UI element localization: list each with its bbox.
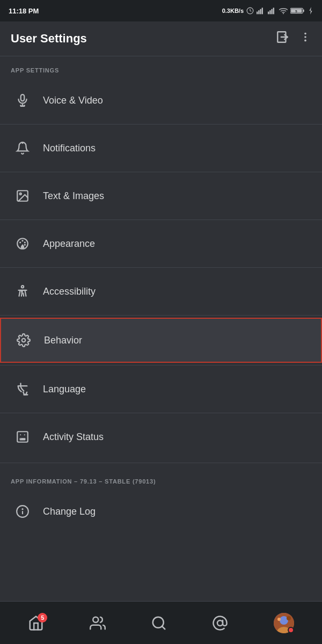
- svg-rect-7: [271, 9, 272, 14]
- divider-6: [0, 365, 322, 365]
- svg-point-27: [20, 193, 21, 195]
- nav-item-home[interactable]: 5: [28, 615, 44, 631]
- time-display: 11:18 PM: [9, 7, 39, 15]
- svg-rect-38: [20, 438, 26, 440]
- palette-icon: [11, 232, 34, 255]
- svg-point-36: [20, 434, 21, 435]
- nav-item-profile[interactable]: [274, 613, 294, 633]
- svg-point-17: [304, 33, 306, 35]
- notifications-label: Notifications: [43, 143, 96, 154]
- clock-icon: [246, 7, 254, 14]
- svg-text:5: 5: [295, 9, 297, 13]
- svg-point-19: [304, 40, 306, 42]
- settings-item-accessibility[interactable]: Accessibility: [0, 270, 322, 313]
- change-log-label: Change Log: [43, 506, 96, 517]
- app-info-section-label: APP INFORMATION – 79.13 – STABLE (79013): [0, 467, 322, 490]
- divider-3: [0, 219, 322, 220]
- appearance-label: Appearance: [43, 238, 95, 250]
- settings-item-notifications[interactable]: Notifications: [0, 127, 322, 170]
- svg-point-30: [21, 240, 23, 241]
- svg-rect-11: [303, 10, 304, 12]
- svg-point-33: [21, 286, 24, 288]
- page-header: User Settings: [0, 21, 322, 56]
- svg-point-51: [287, 616, 291, 620]
- voice-video-label: Voice & Video: [43, 95, 103, 106]
- section-divider: [0, 463, 322, 463]
- svg-point-43: [93, 617, 98, 622]
- svg-point-29: [19, 241, 21, 243]
- signal-icon-1: [257, 7, 265, 14]
- svg-rect-2: [258, 10, 259, 14]
- exit-icon[interactable]: [276, 30, 290, 47]
- activity-status-icon: [11, 425, 34, 449]
- svg-point-50: [277, 618, 281, 621]
- bell-icon: [11, 136, 34, 160]
- divider-5: [0, 315, 322, 316]
- settings-item-change-log[interactable]: Change Log: [0, 490, 322, 533]
- svg-point-37: [24, 434, 25, 435]
- wifi-icon: [279, 7, 288, 14]
- status-icons: 0.3KB/s 5: [222, 7, 313, 14]
- accessibility-icon: [11, 280, 34, 303]
- svg-rect-35: [17, 431, 28, 442]
- signal-icon-2: [268, 7, 276, 14]
- battery-icon: 5: [290, 7, 305, 14]
- language-label: Language: [43, 384, 86, 395]
- nav-item-mentions[interactable]: [212, 615, 228, 631]
- svg-rect-20: [21, 94, 25, 101]
- svg-rect-6: [269, 10, 270, 14]
- svg-point-23: [20, 105, 21, 106]
- svg-point-46: [217, 620, 223, 626]
- svg-line-45: [162, 626, 165, 628]
- divider-4: [0, 267, 322, 268]
- mention-icon: [212, 615, 228, 631]
- info-icon: [11, 500, 34, 523]
- divider-2: [0, 172, 322, 172]
- profile-status-dot: [288, 627, 294, 633]
- home-badge: 5: [38, 613, 47, 623]
- svg-point-9: [283, 13, 284, 14]
- svg-rect-8: [273, 8, 274, 14]
- settings-item-behavior[interactable]: Behavior: [0, 318, 322, 363]
- svg-rect-4: [262, 8, 263, 14]
- activity-status-label: Activity Status: [43, 431, 104, 443]
- settings-item-appearance[interactable]: Appearance: [0, 222, 322, 265]
- translate-icon: [11, 377, 34, 401]
- behavior-label: Behavior: [44, 335, 82, 346]
- settings-item-text-images[interactable]: Text & Images: [0, 174, 322, 217]
- settings-item-language[interactable]: Language: [0, 368, 322, 411]
- svg-point-24: [24, 105, 25, 106]
- friends-icon: [90, 615, 106, 631]
- charging-icon: [308, 7, 313, 14]
- svg-point-31: [24, 241, 26, 243]
- more-menu-icon[interactable]: [299, 31, 311, 46]
- header-actions: [276, 30, 311, 47]
- svg-point-25: [21, 142, 23, 144]
- svg-rect-1: [257, 12, 258, 14]
- divider-1: [0, 124, 322, 125]
- status-bar: 11:18 PM 0.3KB/s: [0, 0, 322, 21]
- settings-item-activity-status[interactable]: Activity Status: [0, 415, 322, 458]
- svg-point-34: [22, 339, 26, 342]
- svg-point-18: [304, 36, 306, 38]
- svg-point-32: [24, 244, 26, 246]
- nav-item-friends[interactable]: [90, 615, 106, 631]
- nav-item-search[interactable]: [151, 615, 167, 631]
- svg-point-39: [20, 438, 21, 439]
- svg-rect-3: [260, 9, 261, 14]
- settings-item-voice-video[interactable]: Voice & Video: [0, 79, 322, 122]
- mic-icon: [11, 89, 34, 112]
- svg-marker-14: [309, 7, 312, 14]
- image-icon: [11, 184, 34, 208]
- page-title: User Settings: [11, 32, 87, 46]
- bottom-navigation: 5: [0, 601, 322, 644]
- network-speed: 0.3KB/s: [222, 8, 244, 14]
- accessibility-label: Accessibility: [43, 286, 96, 297]
- gear-icon: [12, 328, 35, 352]
- text-images-label: Text & Images: [43, 191, 104, 202]
- svg-rect-5: [268, 12, 269, 14]
- search-icon: [151, 615, 167, 631]
- app-settings-section-label: APP SETTINGS: [0, 56, 322, 79]
- divider-7: [0, 413, 322, 413]
